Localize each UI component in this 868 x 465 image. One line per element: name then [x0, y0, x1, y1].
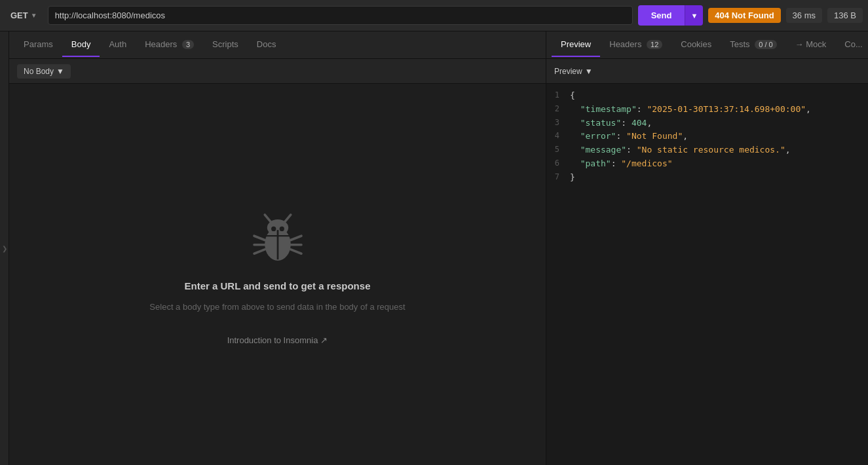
send-button-group: Send ▼	[638, 5, 704, 26]
line-content: }	[570, 171, 575, 185]
headers-badge: 3	[182, 40, 194, 49]
tab-headers[interactable]: Headers 3	[136, 33, 203, 57]
preview-label: Preview	[554, 67, 582, 76]
bug-icon	[245, 204, 311, 270]
response-headers-badge: 12	[647, 40, 662, 49]
request-tab-bar: Params Body Auth Headers 3 Scripts Docs	[9, 31, 546, 59]
right-pane: Preview Headers 12 Cookies Tests 0 / 0 →…	[546, 31, 868, 465]
tab-co[interactable]: Co...	[835, 33, 868, 57]
json-line-6: 6 "path": "/medicos"	[546, 157, 868, 171]
left-pane: Params Body Auth Headers 3 Scripts Docs …	[9, 31, 546, 465]
svg-line-11	[290, 249, 301, 253]
line-content: "timestamp": "2025-01-30T13:37:14.698+00…	[570, 103, 811, 117]
line-content: {	[570, 89, 575, 103]
response-time-badge: 36 ms	[786, 8, 822, 23]
line-number: 7	[552, 171, 570, 185]
line-number: 6	[552, 157, 570, 171]
no-body-label: No Body	[24, 67, 54, 76]
line-number: 3	[552, 117, 570, 130]
line-number: 2	[552, 103, 570, 117]
preview-chevron-icon: ▼	[585, 67, 593, 76]
bug-svg-graphic	[248, 208, 307, 267]
send-dropdown-button[interactable]: ▼	[685, 5, 703, 26]
body-toolbar: No Body ▼	[9, 59, 546, 84]
line-content: "status": 404,	[570, 117, 652, 130]
line-number: 5	[552, 143, 570, 157]
tab-body[interactable]: Body	[62, 33, 100, 57]
preview-mode-button[interactable]: Preview ▼	[554, 67, 593, 76]
json-line-4: 4 "error": "Not Found",	[546, 130, 868, 143]
no-body-chevron-icon: ▼	[56, 67, 64, 76]
line-content: "path": "/medicos"	[570, 157, 673, 171]
empty-state-subtitle: Select a body type from above to send da…	[149, 302, 405, 312]
intro-link[interactable]: Introduction to Insomnia ↗	[227, 335, 328, 345]
json-line-3: 3 "status": 404,	[546, 117, 868, 130]
tests-badge: 0 / 0	[755, 40, 776, 49]
json-line-7: 7 }	[546, 171, 868, 185]
response-tab-bar: Preview Headers 12 Cookies Tests 0 / 0 →…	[546, 31, 868, 59]
response-size-badge: 136 B	[827, 8, 863, 23]
no-body-button[interactable]: No Body ▼	[17, 64, 71, 79]
tab-scripts[interactable]: Scripts	[203, 33, 248, 57]
main-layout: ❯ Params Body Auth Headers 3 Scripts Doc…	[0, 31, 868, 465]
tab-cookies[interactable]: Cookies	[671, 33, 721, 57]
tab-params[interactable]: Params	[14, 33, 62, 57]
svg-line-6	[254, 236, 265, 240]
svg-point-4	[271, 226, 276, 231]
tab-preview[interactable]: Preview	[552, 33, 600, 57]
method-chevron-icon: ▼	[31, 12, 37, 19]
top-bar: GET ▼ Send ▼ 404 Not Found 36 ms 136 B	[0, 0, 868, 31]
line-content: "error": "Not Found",	[570, 130, 688, 143]
tab-auth[interactable]: Auth	[100, 33, 136, 57]
svg-line-8	[254, 249, 265, 253]
tab-tests[interactable]: Tests 0 / 0	[721, 33, 785, 57]
json-response-area[interactable]: 1 { 2 "timestamp": "2025-01-30T13:37:14.…	[546, 84, 868, 465]
preview-toolbar: Preview ▼	[546, 59, 868, 84]
svg-line-3	[284, 214, 290, 221]
arrow-icon: ❯	[2, 245, 7, 252]
svg-line-9	[290, 236, 301, 240]
url-input[interactable]	[48, 6, 633, 25]
json-line-1: 1 {	[546, 89, 868, 103]
svg-point-5	[279, 226, 284, 231]
send-button[interactable]: Send	[638, 5, 685, 26]
line-number: 1	[552, 89, 570, 103]
tab-docs[interactable]: Docs	[248, 33, 286, 57]
line-number: 4	[552, 130, 570, 143]
status-badge: 404 Not Found	[708, 8, 780, 23]
method-selector[interactable]: GET ▼	[5, 8, 43, 23]
tab-response-headers[interactable]: Headers 12	[600, 33, 671, 57]
empty-state-title: Enter a URL and send to get a response	[185, 280, 371, 291]
tab-mock[interactable]: → Mock	[786, 33, 836, 57]
line-content: "message": "No static resource medicos."…	[570, 143, 791, 157]
external-link-icon: ↗	[320, 335, 328, 345]
svg-line-2	[265, 214, 271, 221]
json-line-2: 2 "timestamp": "2025-01-30T13:37:14.698+…	[546, 103, 868, 117]
intro-link-text: Introduction to Insomnia	[227, 335, 318, 345]
json-line-5: 5 "message": "No static resource medicos…	[546, 143, 868, 157]
left-empty-state: Enter a URL and send to get a response S…	[9, 84, 546, 465]
sidebar-collapse-arrow[interactable]: ❯	[0, 31, 9, 465]
method-label: GET	[10, 10, 28, 20]
